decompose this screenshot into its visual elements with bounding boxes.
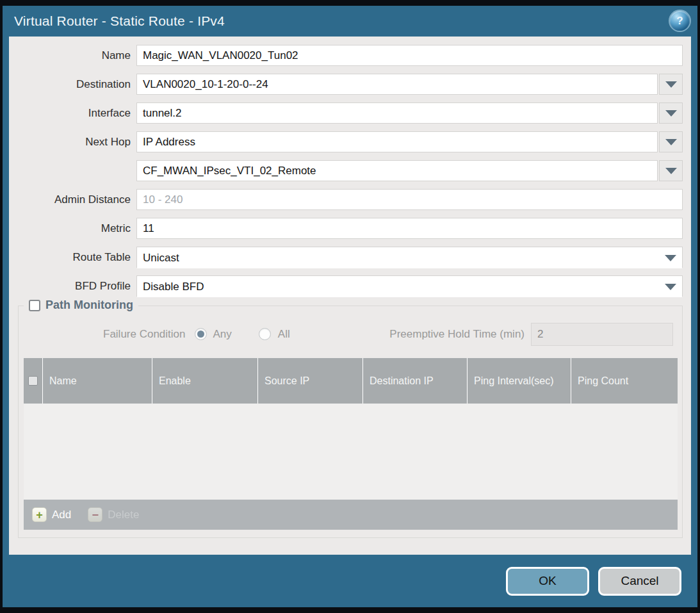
preemptive-hold-time-input[interactable] <box>531 323 673 346</box>
title-bar: Virtual Router - Static Route - IPv4 ? <box>3 6 697 37</box>
preemptive-hold-time-label: Preemptive Hold Time (min) <box>389 328 525 341</box>
path-monitoring-table: Name Enable Source IP Destination IP Pin… <box>24 358 678 530</box>
table-body-empty <box>24 404 678 500</box>
route-table-select[interactable]: Unicast <box>136 247 683 268</box>
column-header-enable: Enable <box>152 358 258 404</box>
chevron-down-icon <box>665 255 676 261</box>
form-row-interface: Interface tunnel.2 <box>9 102 683 124</box>
radio-all[interactable] <box>259 328 271 340</box>
next-hop-type-value[interactable]: IP Address <box>136 131 658 152</box>
next-hop-address-value[interactable]: CF_MWAN_IPsec_VTI_02_Remote <box>136 160 658 181</box>
path-monitoring-section: Path Monitoring Failure Condition Any Al… <box>18 306 683 538</box>
name-input[interactable] <box>136 45 683 66</box>
help-icon[interactable]: ? <box>670 11 690 31</box>
delete-button-label: Delete <box>108 509 139 521</box>
form-row-bfd-profile: BFD Profile Disable BFD <box>9 275 683 297</box>
route-table-label: Route Table <box>9 251 136 264</box>
column-header-destination-ip: Destination IP <box>363 358 468 404</box>
radio-all-label: All <box>278 328 290 341</box>
cancel-button[interactable]: Cancel <box>598 567 681 596</box>
radio-any-label: Any <box>213 328 232 341</box>
ok-button[interactable]: OK <box>506 567 589 596</box>
chevron-down-icon <box>665 81 677 88</box>
delete-button[interactable]: − Delete <box>88 507 139 522</box>
form-row-next-hop-address: CF_MWAN_IPsec_VTI_02_Remote <box>9 160 683 181</box>
admin-distance-label: Admin Distance <box>9 193 136 206</box>
destination-dropdown-button[interactable] <box>659 74 683 95</box>
path-monitoring-checkbox[interactable] <box>29 300 40 311</box>
add-button-label: Add <box>52 509 71 521</box>
table-toolbar: + Add − Delete <box>24 500 678 530</box>
form-row-metric: Metric <box>9 218 683 239</box>
form-row-name: Name <box>9 45 683 66</box>
dialog-footer: OK Cancel <box>3 555 697 607</box>
select-all-checkbox[interactable] <box>28 376 38 386</box>
column-header-ping-interval: Ping Interval(sec) <box>468 358 571 404</box>
failure-condition-row: Failure Condition Any All Preemptive Hol… <box>103 323 673 345</box>
name-label: Name <box>9 49 136 62</box>
destination-value[interactable]: VLAN0020_10-1-20-0--24 <box>136 74 658 95</box>
chevron-down-icon <box>665 284 676 290</box>
metric-input[interactable] <box>136 218 683 239</box>
bfd-profile-select[interactable]: Disable BFD <box>136 275 683 297</box>
table-header-row: Name Enable Source IP Destination IP Pin… <box>24 358 678 404</box>
column-header-source-ip: Source IP <box>258 358 363 404</box>
chevron-down-icon <box>665 139 677 145</box>
bfd-profile-dropdown-button[interactable] <box>658 276 682 297</box>
route-form: Name Destination VLAN0020_10-1-20-0--24 … <box>9 37 691 297</box>
static-route-dialog: Virtual Router - Static Route - IPv4 ? N… <box>3 6 697 607</box>
form-row-route-table: Route Table Unicast <box>9 247 683 268</box>
admin-distance-input[interactable] <box>136 189 683 210</box>
path-monitoring-legend: Path Monitoring <box>24 298 138 312</box>
route-table-dropdown-button[interactable] <box>658 247 682 268</box>
interface-label: Interface <box>9 107 136 120</box>
route-table-value: Unicast <box>137 247 658 268</box>
column-header-ping-count: Ping Count <box>571 358 678 404</box>
radio-any[interactable] <box>195 328 207 340</box>
failure-condition-label: Failure Condition <box>103 328 186 341</box>
destination-label: Destination <box>9 78 136 91</box>
column-header-name: Name <box>43 358 152 404</box>
form-row-admin-distance: Admin Distance <box>9 189 683 210</box>
dialog-body: Name Destination VLAN0020_10-1-20-0--24 … <box>9 37 691 555</box>
next-hop-label: Next Hop <box>9 136 136 149</box>
next-hop-dropdown-button[interactable] <box>659 131 683 152</box>
bfd-profile-label: BFD Profile <box>9 280 136 293</box>
chevron-down-icon <box>665 110 677 117</box>
interface-value[interactable]: tunnel.2 <box>136 102 658 124</box>
form-row-next-hop: Next Hop IP Address <box>9 131 683 152</box>
plus-icon: + <box>32 507 47 522</box>
path-monitoring-title: Path Monitoring <box>45 298 133 312</box>
interface-dropdown-button[interactable] <box>659 102 683 124</box>
bfd-profile-value: Disable BFD <box>137 276 658 297</box>
table-header-checkbox-cell <box>24 358 43 404</box>
form-row-destination: Destination VLAN0020_10-1-20-0--24 <box>9 74 683 95</box>
dialog-title: Virtual Router - Static Route - IPv4 <box>14 13 225 29</box>
metric-label: Metric <box>9 222 136 235</box>
radio-selected-dot <box>197 331 204 338</box>
help-glyph: ? <box>676 15 683 28</box>
minus-icon: − <box>88 507 102 522</box>
chevron-down-icon <box>665 168 677 174</box>
next-hop-address-dropdown-button[interactable] <box>659 160 683 181</box>
add-button[interactable]: + Add <box>32 507 71 522</box>
